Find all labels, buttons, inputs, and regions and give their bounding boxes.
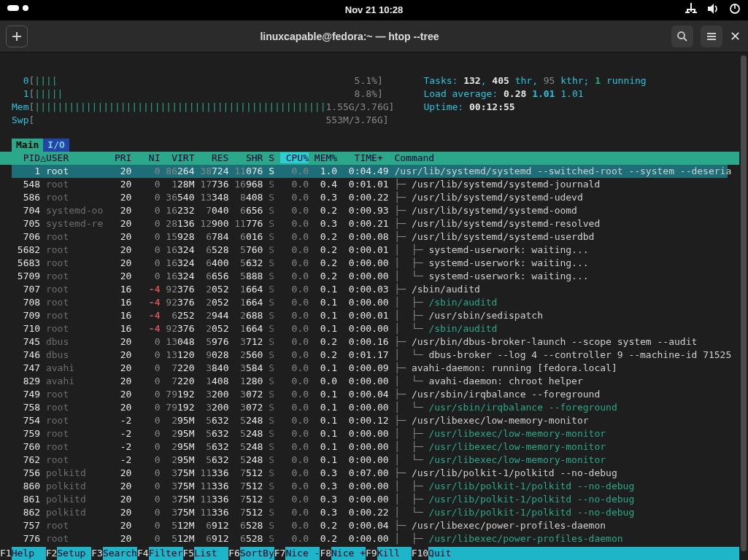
fkey-F6: F6 [228, 547, 240, 560]
fkey-F2: F2 [46, 547, 58, 560]
process-row[interactable]: 704 systemd-oo 20 0 16232 7040 6656 S 0.… [12, 204, 728, 217]
htop-meters: 0[|||| 5.1%] 1[||||| 8.8%] Mem[|||||||||… [0, 52, 739, 131]
menu-button[interactable] [701, 26, 722, 47]
process-row[interactable]: 754 root -2 0 295M 5632 5248 S 0.0 0.1 0… [12, 414, 728, 427]
process-row[interactable]: 747 avahi 20 0 7220 3840 3584 S 0.0 0.1 … [12, 362, 728, 375]
svg-rect-0 [690, 3, 692, 7]
flabel-F5[interactable]: List [194, 547, 228, 560]
process-row[interactable]: 707 root 16 -4 92376 2052 1664 S 0.0 0.1… [12, 283, 728, 296]
flabel-F10[interactable]: Quit [428, 547, 463, 560]
power-icon [729, 3, 741, 15]
process-row[interactable]: 762 root -2 0 295M 5632 5248 S 0.0 0.1 0… [12, 454, 728, 467]
fkey-F1: F1 [0, 547, 12, 560]
flabel-F4[interactable]: Filter [149, 547, 183, 560]
process-row[interactable]: 759 root -2 0 295M 5632 5248 S 0.0 0.1 0… [12, 427, 728, 440]
process-row[interactable]: 5683 root 20 0 16324 6400 5632 S 0.0 0.2… [12, 257, 728, 270]
process-table[interactable]: 1 root 20 0 86264 38724 11076 S 0.0 1.0 … [0, 165, 739, 545]
process-row[interactable]: 861 polkitd 20 0 375M 11336 7512 S 0.0 0… [12, 493, 728, 506]
process-row[interactable]: 5709 root 20 0 16324 6656 5888 S 0.0 0.2… [12, 270, 728, 283]
process-row[interactable]: 586 root 20 0 36540 13348 8408 S 0.0 0.3… [12, 191, 728, 204]
terminal-scrollbar-thumb[interactable] [741, 55, 747, 551]
svg-rect-5 [687, 9, 688, 12]
close-button[interactable]: ✕ [730, 30, 741, 43]
process-row[interactable]: 746 dbus 20 0 13120 9028 2560 S 0.0 0.2 … [12, 349, 728, 362]
volume-icon [707, 3, 719, 15]
fkey-F10: F10 [412, 547, 428, 560]
svg-rect-6 [694, 9, 695, 12]
fkey-F8: F8 [320, 547, 331, 560]
process-row[interactable]: 776 root 20 0 512M 6912 6528 S 0.0 0.2 0… [12, 532, 728, 545]
system-tray[interactable] [685, 3, 741, 15]
process-row[interactable]: 548 root 20 0 128M 17736 16968 S 0.0 0.4… [12, 178, 728, 191]
flabel-F8[interactable]: Nice + [331, 547, 366, 560]
search-button[interactable] [671, 26, 693, 47]
clock-label[interactable]: Nov 21 10:28 [345, 4, 404, 17]
fkey-F5: F5 [183, 547, 195, 560]
svg-rect-11 [12, 36, 21, 37]
flabel-F6[interactable]: SortBy [240, 547, 274, 560]
new-tab-button[interactable] [6, 26, 28, 47]
gnome-topbar: Nov 21 10:28 [0, 0, 748, 20]
svg-point-12 [678, 32, 685, 39]
process-row[interactable]: 5682 root 20 0 16324 6528 5760 S 0.0 0.2… [12, 244, 728, 257]
process-row[interactable]: 708 root 16 -4 92376 2052 1664 S 0.0 0.1… [12, 296, 728, 309]
svg-rect-14 [707, 33, 716, 34]
activities-dot-icon [23, 5, 28, 11]
footer-bar[interactable]: F1Help F2Setup F3SearchF4FilterF5List F6… [0, 547, 739, 560]
tab-io[interactable]: I/O [43, 139, 69, 152]
tab-main[interactable]: Main [12, 139, 43, 152]
terminal-area: 0[|||| 5.1%] 1[||||| 8.8%] Mem[|||||||||… [0, 52, 748, 560]
htop-screen-tabs: MainI/O [0, 131, 739, 152]
process-row[interactable]: 709 root 16 -4 6252 2944 2688 S 0.0 0.1 … [12, 309, 728, 322]
process-row[interactable]: 860 polkitd 20 0 375M 11336 7512 S 0.0 0… [12, 480, 728, 493]
process-row[interactable]: 862 polkitd 20 0 375M 11336 7512 S 0.0 0… [12, 506, 728, 519]
svg-rect-9 [734, 4, 736, 9]
network-icon [685, 3, 697, 15]
process-row[interactable]: 705 systemd-re 20 0 28136 12900 11776 S … [12, 217, 728, 230]
process-row[interactable]: 710 root 16 -4 92376 2052 1664 S 0.0 0.1… [12, 322, 728, 335]
fkey-F3: F3 [91, 547, 103, 560]
process-row[interactable]: 1 root 20 0 86264 38724 11076 S 0.0 1.0 … [12, 165, 728, 178]
process-row[interactable]: 706 root 20 0 15928 6784 6016 S 0.0 0.2 … [12, 230, 728, 244]
flabel-F7[interactable]: Nice - [285, 547, 320, 560]
fkey-F7: F7 [274, 547, 286, 560]
process-row[interactable]: 758 root 20 0 79192 3200 3072 S 0.0 0.1 … [12, 401, 728, 414]
flabel-F1[interactable]: Help [12, 547, 46, 560]
process-row[interactable]: 760 root -2 0 295M 5632 5248 S 0.0 0.1 0… [12, 440, 728, 454]
svg-rect-15 [707, 36, 716, 37]
activities-indicator[interactable] [7, 5, 28, 11]
terminal-titlebar: linuxcapable@fedora:~ — htop --tree ✕ [0, 20, 748, 52]
process-row[interactable]: 756 polkitd 20 0 375M 11336 7512 S 0.0 0… [12, 467, 728, 480]
process-row[interactable]: 749 root 20 0 79192 3200 3072 S 0.0 0.1 … [12, 388, 728, 401]
svg-rect-16 [707, 39, 716, 40]
process-row[interactable]: 757 root 20 0 512M 6912 6528 S 0.0 0.2 0… [12, 519, 728, 532]
process-row[interactable]: 829 avahi 20 0 7220 1408 1280 S 0.0 0.0 … [12, 375, 728, 388]
flabel-F2[interactable]: Setup [57, 547, 91, 560]
fkey-F4: F4 [137, 547, 149, 560]
window-title: linuxcapable@fedora:~ — htop --tree [28, 30, 671, 43]
column-header-row[interactable]: PID△USER PRI NI VIRT RES SHR S CPU% MEM%… [0, 152, 739, 165]
activities-pill-icon [7, 5, 19, 11]
process-row[interactable]: 745 dbus 20 0 13048 5976 3712 S 0.0 0.2 … [12, 335, 728, 349]
flabel-F9[interactable]: Kill [377, 547, 412, 560]
fkey-F9: F9 [366, 547, 377, 560]
svg-line-13 [684, 38, 687, 41]
flabel-F3[interactable]: Search [103, 547, 137, 560]
svg-marker-7 [708, 4, 714, 14]
